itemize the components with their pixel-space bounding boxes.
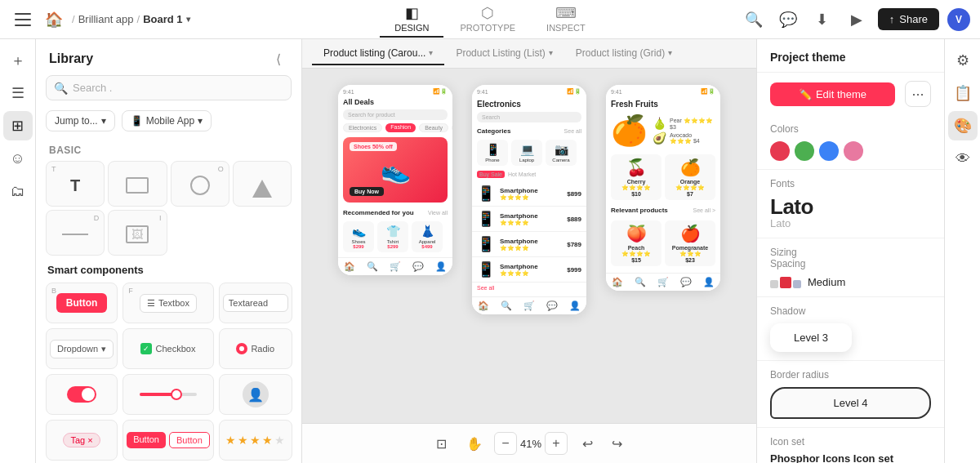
pages-button[interactable]: ☰ <box>3 78 33 108</box>
list-item: 📱 Smartphone ⭐⭐⭐⭐ $899 <box>472 181 586 207</box>
checkbox-preview: ✓ Checkbox <box>140 343 195 354</box>
phone-list: 9:41 📶🔋 Electronics Search Categories Se… <box>472 85 586 314</box>
theme-button[interactable]: 🎨 <box>948 111 978 140</box>
triangle-component[interactable] <box>233 161 292 207</box>
shadow-label: Shadow <box>770 305 931 317</box>
components-button[interactable]: ⊞ <box>3 111 33 140</box>
home-icon: 🏠 <box>45 11 63 29</box>
more-options-button[interactable]: ··· <box>905 81 931 107</box>
search-button[interactable]: 🔍 <box>741 7 767 33</box>
mobile-app-button[interactable]: 📱 Mobile App ▾ <box>122 110 212 131</box>
star3: ★ <box>250 434 261 447</box>
edit-row: ✏️ Edit theme ··· <box>757 73 944 115</box>
menu-button[interactable] <box>10 7 36 33</box>
buttons-group-component[interactable]: Button Button <box>122 420 214 461</box>
checkbox-component[interactable]: ✓ Checkbox <box>122 328 214 369</box>
search-input[interactable] <box>46 75 292 100</box>
circle-component[interactable]: O <box>171 161 229 207</box>
canvas-tabs: Product listing (Carou... ▾ Product List… <box>302 39 756 69</box>
button-component[interactable]: B Button <box>46 283 118 323</box>
zoom-out-button[interactable]: − <box>494 432 517 455</box>
list-item: 📱 Smartphone ⭐⭐⭐⭐ $889 <box>472 207 586 232</box>
frame-tool-button[interactable]: ⊡ <box>429 430 455 456</box>
color-dot-green[interactable] <box>795 141 814 161</box>
breadcrumb-board[interactable]: Board 1 ▾ <box>143 13 189 25</box>
zoom-in-button[interactable]: + <box>545 432 568 455</box>
chevron-down-icon: ▾ <box>101 115 106 127</box>
textarea-preview: Textaread <box>223 294 288 312</box>
redo-button[interactable]: ↪ <box>604 430 630 456</box>
library-body: Basic T T O <box>36 138 301 463</box>
phone-list-content: 9:41 📶🔋 Electronics Search Categories Se… <box>472 85 586 314</box>
design-icon: ◧ <box>405 4 419 22</box>
grid-card: 🍒 Cherry ⭐⭐⭐⭐ $10 <box>611 154 662 200</box>
home-button[interactable]: 🏠 <box>41 7 67 33</box>
sizing-row: Medium <box>770 276 931 288</box>
shadow-value: Level 3 <box>770 323 852 352</box>
icon-sidebar: ＋ ☰ ⊞ ☺ 🗂 <box>0 39 36 463</box>
library-panel: Library ⟨ 🔍 Jump to... ▾ 📱 Mobile App ▾ … <box>36 39 302 463</box>
border-radius-section: Border radius Level 4 <box>757 361 944 428</box>
border-radius-label: Border radius <box>770 369 931 381</box>
dropdown-component[interactable]: Dropdown ▾ <box>46 328 118 369</box>
toggle-component[interactable] <box>46 374 118 415</box>
sizing-value: Medium <box>808 276 845 288</box>
fonts-section: Fonts Lato Lato <box>757 170 944 238</box>
image-shape: 🖼 <box>126 225 149 243</box>
library-collapse-button[interactable]: ⟨ <box>269 49 288 69</box>
chevron-tab0: ▾ <box>429 48 433 57</box>
breadcrumb: / Brilliant app / Board 1 ▾ <box>72 13 190 25</box>
hand-tool-button[interactable]: ✋ <box>461 430 488 456</box>
stars-component[interactable]: ★ ★ ★ ★ ★ <box>219 420 292 461</box>
buttons-preview: Button Button <box>127 432 210 448</box>
avatar-component[interactable]: 👤 <box>219 374 292 415</box>
share-icon: ↑ <box>889 13 895 25</box>
triangle-shape <box>252 180 272 198</box>
color-dot-blue[interactable] <box>819 141 839 161</box>
line-component[interactable]: D <box>46 210 105 256</box>
tag-component[interactable]: Tag × <box>46 420 118 461</box>
inspect-right-button[interactable]: 👁 <box>948 144 978 173</box>
library-controls: Jump to... ▾ 📱 Mobile App ▾ <box>36 107 301 138</box>
canvas-tab-2[interactable]: Product listing (Grid) ▾ <box>564 42 684 65</box>
radio-component[interactable]: Radio <box>219 328 292 369</box>
share-button[interactable]: ↑ Share <box>878 8 939 30</box>
canvas-tab-0[interactable]: Product listing (Carou... ▾ <box>312 42 444 65</box>
close-icon: × <box>87 435 92 445</box>
chevron-tab2: ▾ <box>668 48 672 57</box>
play-button[interactable]: ▶ <box>844 7 870 33</box>
undo-button[interactable]: ↩ <box>574 430 600 456</box>
circle-shape <box>190 176 210 195</box>
slider-component[interactable] <box>122 374 214 415</box>
layers-button[interactable]: 🗂 <box>3 176 33 206</box>
phone-grid-content: 9:41 📶🔋 Fresh Fruits 🍊 🍐 Pear ⭐⭐⭐⭐ $3 <box>606 85 720 291</box>
radio-preview: Radio <box>236 343 274 354</box>
avatar[interactable]: V <box>947 8 970 31</box>
color-dot-pink[interactable] <box>844 141 863 161</box>
tab-prototype[interactable]: ⬡ PROTOTYPE <box>445 1 530 38</box>
breadcrumb-sep2: / <box>137 13 140 25</box>
edit-theme-button[interactable]: ✏️ Edit theme <box>770 82 895 106</box>
library-title: Library <box>49 51 93 66</box>
chevron-tab1: ▾ <box>549 48 553 57</box>
emoji-button[interactable]: ☺ <box>3 144 33 173</box>
radio-dot <box>236 343 247 354</box>
add-button[interactable]: ＋ <box>3 46 33 75</box>
textbox-component[interactable]: F ☰ Textbox <box>122 283 214 323</box>
color-dot-red[interactable] <box>770 141 790 161</box>
basic-components-grid: T T O D <box>46 161 292 256</box>
jump-to-button[interactable]: Jump to... ▾ <box>46 110 115 131</box>
image-component[interactable]: I 🖼 <box>108 210 167 256</box>
tab-inspect[interactable]: ⌨ INSPECT <box>532 1 600 38</box>
rect-component[interactable] <box>108 161 167 207</box>
layers-right-button[interactable]: 📋 <box>948 78 978 108</box>
comments-button[interactable]: 💬 <box>775 7 801 33</box>
breadcrumb-app-link[interactable]: Brilliant app <box>78 13 134 25</box>
phone-carousel-content: 9:41 📶🔋 All Deals Search for product Ele… <box>338 85 452 275</box>
download-button[interactable]: ⬇ <box>809 7 835 33</box>
canvas-tab-1[interactable]: Product Listing (List) ▾ <box>444 42 564 65</box>
text-component[interactable]: T T <box>46 161 105 207</box>
tab-design[interactable]: ◧ DESIGN <box>380 1 443 38</box>
properties-button[interactable]: ⚙ <box>948 46 978 75</box>
textarea-component[interactable]: Textaread <box>219 283 292 323</box>
